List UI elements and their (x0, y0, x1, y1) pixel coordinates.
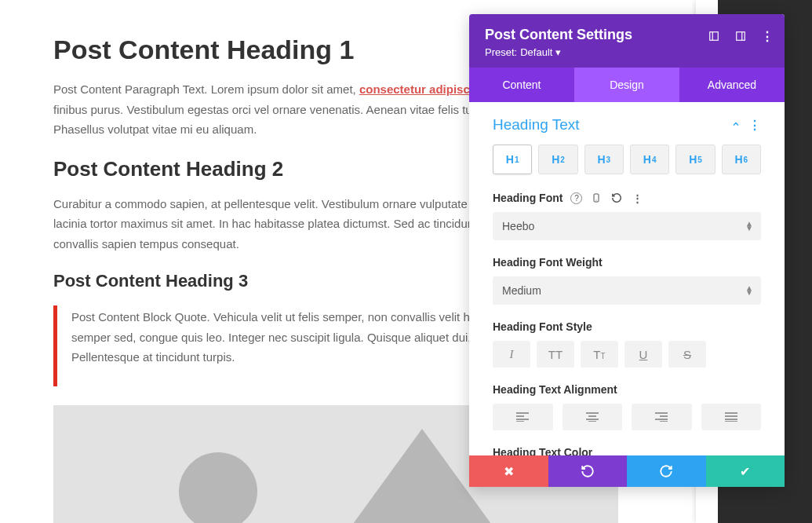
preset-label: Preset: (485, 46, 517, 58)
label-heading-font: Heading Font (493, 192, 563, 204)
label-heading-align: Heading Text Alignment (493, 383, 761, 396)
smallcaps-icon: TT (593, 348, 605, 361)
more-icon[interactable]: ⋮ (761, 30, 774, 42)
label-heading-style: Heading Font Style (493, 320, 761, 333)
svg-rect-0 (710, 32, 719, 41)
svg-rect-1 (737, 32, 745, 41)
panel-preset[interactable]: Preset: Default ▾ (485, 46, 769, 58)
select-arrows-icon: ▲▼ (745, 286, 753, 295)
snap-icon[interactable] (734, 30, 747, 42)
heading-level-h3[interactable]: H3 (584, 144, 624, 174)
select-value: Heebo (502, 220, 534, 232)
cancel-button[interactable]: ✖ (469, 455, 548, 487)
panel-header[interactable]: Post Content Settings Preset: Default ▾ … (469, 14, 785, 68)
chevron-down-icon: ▾ (555, 46, 561, 58)
responsive-icon[interactable] (590, 192, 603, 204)
align-center-icon (586, 412, 599, 422)
preset-value: Default (520, 46, 552, 58)
redo-icon (659, 464, 673, 478)
style-smallcaps-button[interactable]: TT (581, 341, 618, 368)
align-left-button[interactable] (493, 404, 553, 430)
undo-icon (581, 464, 595, 478)
tab-content[interactable]: Content (469, 68, 574, 102)
italic-icon: I (510, 348, 514, 361)
select-heading-font[interactable]: Heebo ▲▼ (493, 212, 761, 240)
section-heading-text[interactable]: Heading Text (493, 116, 580, 133)
heading-level-h4[interactable]: H4 (630, 144, 669, 174)
align-left-icon (516, 412, 529, 422)
expand-icon[interactable] (708, 30, 720, 42)
align-justify-icon (725, 412, 737, 422)
tab-advanced[interactable]: Advanced (679, 68, 785, 102)
save-button[interactable]: ✔ (706, 455, 785, 487)
redo-button[interactable] (627, 455, 706, 487)
placeholder-circle (179, 452, 257, 524)
style-italic-button[interactable]: I (493, 341, 530, 368)
more-icon[interactable]: ⋮ (631, 192, 643, 204)
select-arrows-icon: ▲▼ (745, 221, 753, 231)
align-center-button[interactable] (563, 404, 623, 430)
panel-action-bar: ✖ ✔ (469, 455, 785, 487)
panel-body: Heading Text ⋮ H1 H2 H3 H4 H5 H6 Heading… (469, 102, 785, 455)
heading-level-row: H1 H2 H3 H4 H5 H6 (493, 144, 761, 174)
undo-button[interactable] (548, 455, 628, 487)
paragraph-text: Post Content Paragraph Text. Lorem ipsum… (53, 82, 359, 96)
heading-level-h5[interactable]: H5 (675, 144, 715, 174)
help-icon[interactable]: ? (570, 192, 582, 204)
label-heading-color: Heading Text Color (493, 446, 761, 455)
settings-panel: Post Content Settings Preset: Default ▾ … (469, 14, 785, 487)
chevron-up-icon[interactable] (731, 118, 741, 133)
more-icon[interactable]: ⋮ (748, 118, 761, 133)
select-heading-weight[interactable]: Medium ▲▼ (493, 276, 761, 305)
heading-level-h2[interactable]: H2 (538, 144, 577, 174)
reset-icon[interactable] (610, 192, 623, 204)
uppercase-icon: TT (548, 348, 563, 361)
align-right-button[interactable] (632, 404, 692, 430)
strikethrough-icon: S (683, 348, 691, 361)
close-icon: ✖ (504, 464, 514, 479)
select-value: Medium (502, 284, 541, 297)
align-justify-button[interactable] (701, 404, 762, 430)
style-uppercase-button[interactable]: TT (537, 341, 574, 368)
style-underline-button[interactable]: U (624, 341, 662, 368)
align-right-icon (655, 412, 668, 422)
heading-level-h1[interactable]: H1 (493, 144, 532, 174)
style-strikethrough-button[interactable]: S (668, 341, 706, 368)
label-heading-weight: Heading Font Weight (493, 256, 761, 269)
heading-level-h6[interactable]: H6 (722, 144, 761, 174)
panel-tabs: Content Design Advanced (469, 68, 785, 102)
tab-design[interactable]: Design (574, 68, 679, 102)
underline-icon: U (639, 348, 648, 361)
check-icon: ✔ (740, 464, 750, 479)
